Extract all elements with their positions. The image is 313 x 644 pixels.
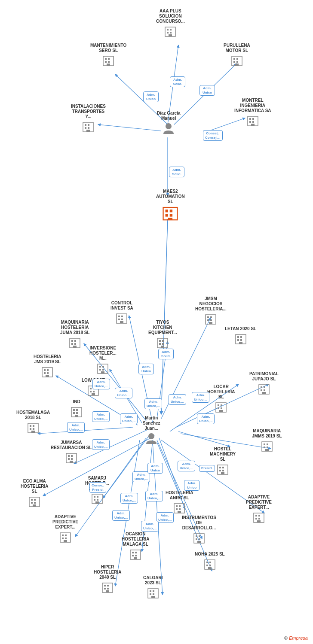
badge-adm-solid-1: Adm.Solid. bbox=[170, 76, 185, 87]
svg-rect-45 bbox=[236, 61, 238, 63]
svg-rect-69 bbox=[118, 319, 120, 320]
badge-consej-presid: Conse..Presid. bbox=[89, 482, 106, 493]
badge-adm-unico-4: Adm.Unico,... bbox=[92, 379, 110, 389]
svg-rect-200 bbox=[150, 590, 151, 592]
svg-rect-103 bbox=[44, 369, 46, 371]
svg-rect-207 bbox=[209, 562, 211, 563]
svg-rect-68 bbox=[121, 316, 123, 317]
svg-rect-129 bbox=[261, 389, 262, 391]
svg-rect-203 bbox=[153, 593, 154, 595]
badge-adm-unico-3: Adm.Unico bbox=[138, 364, 154, 374]
svg-rect-106 bbox=[47, 372, 49, 374]
svg-rect-115 bbox=[73, 409, 75, 411]
badge-adm-unico-7: Adm.Unico,... bbox=[67, 422, 85, 433]
node-noha: NOHA 2025 SL bbox=[195, 552, 225, 571]
svg-rect-85 bbox=[71, 340, 73, 342]
svg-rect-55 bbox=[252, 118, 254, 120]
svg-rect-50 bbox=[85, 127, 86, 129]
svg-rect-192 bbox=[257, 520, 261, 522]
svg-rect-105 bbox=[44, 372, 46, 374]
node-letan: LETAN 2020 SL bbox=[225, 326, 256, 345]
svg-rect-31 bbox=[170, 29, 172, 30]
node-instalaciones: INSTALACIONESTRANSPORTESY... bbox=[71, 104, 106, 133]
svg-rect-153 bbox=[222, 467, 224, 468]
svg-rect-130 bbox=[264, 389, 265, 391]
badge-adm-unico-20: Adm.Unico,... bbox=[112, 510, 130, 521]
svg-rect-75 bbox=[207, 319, 209, 321]
svg-rect-54 bbox=[249, 118, 251, 120]
svg-rect-164 bbox=[94, 496, 95, 498]
svg-rect-76 bbox=[210, 319, 212, 321]
svg-rect-99 bbox=[237, 339, 239, 341]
node-locar: LOCARHOSTELERIASL bbox=[207, 384, 235, 413]
svg-rect-91 bbox=[99, 366, 101, 368]
svg-rect-38 bbox=[105, 61, 107, 63]
svg-rect-176 bbox=[62, 535, 64, 536]
svg-rect-179 bbox=[65, 538, 67, 539]
badge-adm-unico-22: Adm.Unico bbox=[147, 463, 163, 474]
svg-rect-113 bbox=[92, 393, 95, 395]
svg-rect-83 bbox=[161, 346, 164, 348]
badge-adm-unico-15: Adm.Unico,... bbox=[132, 471, 150, 482]
svg-rect-158 bbox=[264, 444, 265, 445]
svg-rect-44 bbox=[233, 61, 235, 63]
svg-rect-94 bbox=[102, 369, 104, 371]
node-adaptive2: ADAPTIVEPREDICTIVEEXPERT... bbox=[246, 495, 272, 524]
svg-rect-142 bbox=[68, 458, 70, 460]
svg-rect-123 bbox=[30, 428, 31, 430]
svg-rect-127 bbox=[261, 386, 262, 388]
svg-rect-80 bbox=[162, 340, 164, 342]
svg-rect-39 bbox=[108, 61, 110, 63]
svg-rect-87 bbox=[71, 343, 73, 345]
svg-rect-30 bbox=[167, 29, 169, 30]
node-mantenimiento: MANTENIMIENTOSERO SL bbox=[90, 43, 126, 67]
svg-rect-137 bbox=[219, 410, 223, 412]
node-jmsm: JMSMNEGOCIOSHOSTELERIA... bbox=[195, 296, 227, 325]
badge-adm-unico-2: Adm.Unico bbox=[143, 91, 159, 102]
svg-rect-197 bbox=[107, 588, 109, 589]
svg-rect-198 bbox=[106, 590, 109, 592]
node-ind: IND bbox=[70, 399, 83, 418]
svg-rect-34 bbox=[169, 34, 172, 36]
node-hiper-hosteleria: HIPERHOSTELERIA2040 SL bbox=[94, 565, 121, 594]
svg-rect-48 bbox=[85, 124, 86, 126]
badge-adm-unico-1: Adm.Unico bbox=[199, 85, 215, 96]
svg-rect-124 bbox=[33, 428, 34, 430]
svg-rect-128 bbox=[264, 386, 265, 388]
svg-rect-73 bbox=[207, 316, 209, 318]
svg-rect-172 bbox=[176, 508, 178, 510]
svg-rect-208 bbox=[206, 565, 208, 566]
svg-rect-133 bbox=[218, 404, 219, 406]
svg-rect-213 bbox=[135, 552, 137, 553]
graph-container: AAA PLUSSOLUCIONCONCURSO... MANTENIMIENT… bbox=[0, 0, 313, 644]
svg-point-59 bbox=[166, 123, 172, 129]
svg-rect-166 bbox=[94, 499, 95, 501]
svg-rect-116 bbox=[76, 409, 78, 411]
node-patrimonial: PATRIMONIALJUPAJO SL bbox=[249, 371, 279, 395]
svg-rect-100 bbox=[240, 339, 242, 341]
svg-rect-64 bbox=[170, 214, 172, 216]
svg-rect-156 bbox=[221, 472, 224, 474]
svg-rect-56 bbox=[249, 121, 251, 123]
badge-adm-unico-16: Adm.Unico,... bbox=[120, 493, 138, 504]
svg-rect-107 bbox=[46, 375, 49, 377]
badge-adm-unico-11: Adm.Unico,... bbox=[169, 394, 186, 405]
svg-rect-184 bbox=[196, 538, 197, 540]
svg-rect-167 bbox=[97, 499, 98, 501]
svg-rect-154 bbox=[219, 470, 221, 471]
svg-rect-121 bbox=[30, 425, 31, 427]
svg-rect-178 bbox=[62, 538, 64, 539]
svg-rect-32 bbox=[167, 32, 169, 33]
svg-rect-135 bbox=[218, 407, 219, 409]
svg-rect-71 bbox=[120, 321, 123, 323]
svg-line-13 bbox=[38, 427, 133, 434]
svg-rect-51 bbox=[88, 127, 89, 129]
svg-rect-134 bbox=[221, 404, 222, 406]
svg-rect-174 bbox=[178, 511, 181, 513]
svg-rect-185 bbox=[199, 538, 200, 540]
svg-rect-189 bbox=[258, 515, 260, 516]
svg-rect-40 bbox=[107, 64, 110, 66]
node-martin: MartinSanchezJuan... bbox=[143, 416, 160, 446]
svg-rect-62 bbox=[170, 210, 172, 212]
node-hosteleria-anro: HOSTELERIAANRO SL bbox=[166, 490, 193, 514]
